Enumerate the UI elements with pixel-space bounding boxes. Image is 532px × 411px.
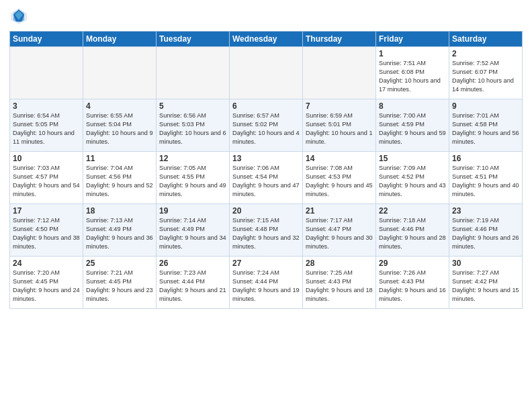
day-number: 5 bbox=[159, 101, 226, 111]
calendar-cell: 24Sunrise: 7:20 AM Sunset: 4:45 PM Dayli… bbox=[10, 257, 83, 309]
calendar-week-2: 3Sunrise: 6:54 AM Sunset: 5:05 PM Daylig… bbox=[10, 99, 523, 152]
calendar-cell: 14Sunrise: 7:08 AM Sunset: 4:53 PM Dayli… bbox=[303, 152, 376, 204]
day-number: 7 bbox=[306, 101, 373, 111]
calendar-header-row: Sunday Monday Tuesday Wednesday Thursday… bbox=[10, 32, 523, 47]
day-info: Sunrise: 7:20 AM Sunset: 4:45 PM Dayligh… bbox=[13, 269, 80, 304]
calendar-cell: 5Sunrise: 6:56 AM Sunset: 5:03 PM Daylig… bbox=[157, 99, 230, 152]
day-info: Sunrise: 6:54 AM Sunset: 5:05 PM Dayligh… bbox=[13, 111, 80, 146]
calendar-cell: 23Sunrise: 7:19 AM Sunset: 4:46 PM Dayli… bbox=[449, 204, 523, 257]
day-number: 19 bbox=[159, 206, 226, 216]
day-info: Sunrise: 6:55 AM Sunset: 5:04 PM Dayligh… bbox=[86, 111, 153, 146]
day-info: Sunrise: 7:24 AM Sunset: 4:44 PM Dayligh… bbox=[232, 269, 300, 304]
calendar-cell: 7Sunrise: 6:59 AM Sunset: 5:01 PM Daylig… bbox=[303, 99, 376, 152]
calendar-cell: 15Sunrise: 7:09 AM Sunset: 4:52 PM Dayli… bbox=[376, 152, 449, 204]
day-info: Sunrise: 7:25 AM Sunset: 4:43 PM Dayligh… bbox=[306, 269, 373, 304]
day-number: 26 bbox=[159, 259, 226, 268]
day-number: 6 bbox=[232, 101, 300, 111]
day-info: Sunrise: 7:51 AM Sunset: 6:08 PM Dayligh… bbox=[379, 59, 446, 94]
calendar-cell bbox=[157, 47, 230, 99]
header-sunday: Sunday bbox=[10, 32, 83, 47]
calendar-week-1: 1Sunrise: 7:51 AM Sunset: 6:08 PM Daylig… bbox=[10, 47, 523, 99]
calendar-cell: 2Sunrise: 7:52 AM Sunset: 6:07 PM Daylig… bbox=[449, 47, 523, 99]
day-info: Sunrise: 7:23 AM Sunset: 4:44 PM Dayligh… bbox=[159, 269, 226, 304]
day-info: Sunrise: 7:05 AM Sunset: 4:55 PM Dayligh… bbox=[159, 164, 226, 199]
calendar-cell: 9Sunrise: 7:01 AM Sunset: 4:58 PM Daylig… bbox=[449, 99, 523, 152]
day-number: 22 bbox=[379, 206, 446, 216]
calendar-cell: 6Sunrise: 6:57 AM Sunset: 5:02 PM Daylig… bbox=[230, 99, 303, 152]
day-info: Sunrise: 7:09 AM Sunset: 4:52 PM Dayligh… bbox=[379, 164, 446, 199]
calendar-cell: 11Sunrise: 7:04 AM Sunset: 4:56 PM Dayli… bbox=[83, 152, 157, 204]
calendar-cell: 16Sunrise: 7:10 AM Sunset: 4:51 PM Dayli… bbox=[449, 152, 523, 204]
day-info: Sunrise: 7:17 AM Sunset: 4:47 PM Dayligh… bbox=[306, 216, 373, 251]
header-thursday: Thursday bbox=[303, 32, 376, 47]
day-number: 15 bbox=[379, 154, 446, 163]
calendar-cell: 3Sunrise: 6:54 AM Sunset: 5:05 PM Daylig… bbox=[10, 99, 83, 152]
day-info: Sunrise: 6:59 AM Sunset: 5:01 PM Dayligh… bbox=[306, 111, 373, 146]
calendar-cell: 21Sunrise: 7:17 AM Sunset: 4:47 PM Dayli… bbox=[303, 204, 376, 257]
calendar-cell bbox=[303, 47, 376, 99]
day-number: 8 bbox=[379, 101, 446, 111]
calendar-cell bbox=[230, 47, 303, 99]
day-number: 27 bbox=[232, 259, 300, 268]
day-number: 13 bbox=[232, 154, 300, 163]
day-number: 14 bbox=[306, 154, 373, 163]
day-number: 21 bbox=[306, 206, 373, 216]
calendar-cell: 10Sunrise: 7:03 AM Sunset: 4:57 PM Dayli… bbox=[10, 152, 83, 204]
calendar-cell: 27Sunrise: 7:24 AM Sunset: 4:44 PM Dayli… bbox=[230, 257, 303, 309]
day-info: Sunrise: 7:08 AM Sunset: 4:53 PM Dayligh… bbox=[306, 164, 373, 199]
day-info: Sunrise: 7:06 AM Sunset: 4:54 PM Dayligh… bbox=[232, 164, 300, 199]
calendar-cell: 22Sunrise: 7:18 AM Sunset: 4:46 PM Dayli… bbox=[376, 204, 449, 257]
day-info: Sunrise: 6:56 AM Sunset: 5:03 PM Dayligh… bbox=[159, 111, 226, 146]
day-number: 10 bbox=[13, 154, 80, 163]
header-saturday: Saturday bbox=[449, 32, 523, 47]
day-info: Sunrise: 7:04 AM Sunset: 4:56 PM Dayligh… bbox=[86, 164, 153, 199]
day-number: 30 bbox=[452, 259, 519, 268]
header-tuesday: Tuesday bbox=[157, 32, 230, 47]
day-number: 18 bbox=[86, 206, 153, 216]
day-number: 12 bbox=[159, 154, 226, 163]
calendar-cell: 17Sunrise: 7:12 AM Sunset: 4:50 PM Dayli… bbox=[10, 204, 83, 257]
day-info: Sunrise: 7:27 AM Sunset: 4:42 PM Dayligh… bbox=[452, 269, 519, 304]
day-number: 20 bbox=[232, 206, 300, 216]
calendar-cell: 19Sunrise: 7:14 AM Sunset: 4:49 PM Dayli… bbox=[157, 204, 230, 257]
day-number: 24 bbox=[13, 259, 80, 268]
header-wednesday: Wednesday bbox=[230, 32, 303, 47]
calendar-cell: 20Sunrise: 7:15 AM Sunset: 4:48 PM Dayli… bbox=[230, 204, 303, 257]
calendar-cell: 1Sunrise: 7:51 AM Sunset: 6:08 PM Daylig… bbox=[376, 47, 449, 99]
day-info: Sunrise: 7:00 AM Sunset: 4:59 PM Dayligh… bbox=[379, 111, 446, 146]
calendar-cell bbox=[83, 47, 157, 99]
page-header bbox=[9, 7, 523, 26]
calendar-cell: 30Sunrise: 7:27 AM Sunset: 4:42 PM Dayli… bbox=[449, 257, 523, 309]
calendar-cell: 28Sunrise: 7:25 AM Sunset: 4:43 PM Dayli… bbox=[303, 257, 376, 309]
day-number: 1 bbox=[379, 49, 446, 58]
day-number: 4 bbox=[86, 101, 153, 111]
calendar-week-4: 17Sunrise: 7:12 AM Sunset: 4:50 PM Dayli… bbox=[10, 204, 523, 257]
day-info: Sunrise: 7:03 AM Sunset: 4:57 PM Dayligh… bbox=[13, 164, 80, 199]
calendar-cell: 4Sunrise: 6:55 AM Sunset: 5:04 PM Daylig… bbox=[83, 99, 157, 152]
calendar-cell: 26Sunrise: 7:23 AM Sunset: 4:44 PM Dayli… bbox=[157, 257, 230, 309]
logo bbox=[9, 7, 31, 26]
day-number: 28 bbox=[306, 259, 373, 268]
day-info: Sunrise: 7:10 AM Sunset: 4:51 PM Dayligh… bbox=[452, 164, 519, 199]
day-number: 25 bbox=[86, 259, 153, 268]
calendar-cell: 13Sunrise: 7:06 AM Sunset: 4:54 PM Dayli… bbox=[230, 152, 303, 204]
calendar-week-5: 24Sunrise: 7:20 AM Sunset: 4:45 PM Dayli… bbox=[10, 257, 523, 309]
day-info: Sunrise: 7:19 AM Sunset: 4:46 PM Dayligh… bbox=[452, 216, 519, 251]
day-info: Sunrise: 7:12 AM Sunset: 4:50 PM Dayligh… bbox=[13, 216, 80, 251]
day-info: Sunrise: 7:01 AM Sunset: 4:58 PM Dayligh… bbox=[452, 111, 519, 146]
header-monday: Monday bbox=[83, 32, 157, 47]
calendar-cell: 8Sunrise: 7:00 AM Sunset: 4:59 PM Daylig… bbox=[376, 99, 449, 152]
calendar-cell bbox=[10, 47, 83, 99]
day-number: 16 bbox=[452, 154, 519, 163]
calendar-cell: 29Sunrise: 7:26 AM Sunset: 4:43 PM Dayli… bbox=[376, 257, 449, 309]
day-number: 2 bbox=[452, 49, 519, 58]
day-info: Sunrise: 7:21 AM Sunset: 4:45 PM Dayligh… bbox=[86, 269, 153, 304]
calendar-table: Sunday Monday Tuesday Wednesday Thursday… bbox=[9, 31, 523, 309]
calendar-cell: 12Sunrise: 7:05 AM Sunset: 4:55 PM Dayli… bbox=[157, 152, 230, 204]
calendar-week-3: 10Sunrise: 7:03 AM Sunset: 4:57 PM Dayli… bbox=[10, 152, 523, 204]
day-number: 9 bbox=[452, 101, 519, 111]
page-container: Sunday Monday Tuesday Wednesday Thursday… bbox=[0, 0, 532, 411]
calendar-cell: 18Sunrise: 7:13 AM Sunset: 4:49 PM Dayli… bbox=[83, 204, 157, 257]
header-friday: Friday bbox=[376, 32, 449, 47]
day-info: Sunrise: 7:15 AM Sunset: 4:48 PM Dayligh… bbox=[232, 216, 300, 251]
